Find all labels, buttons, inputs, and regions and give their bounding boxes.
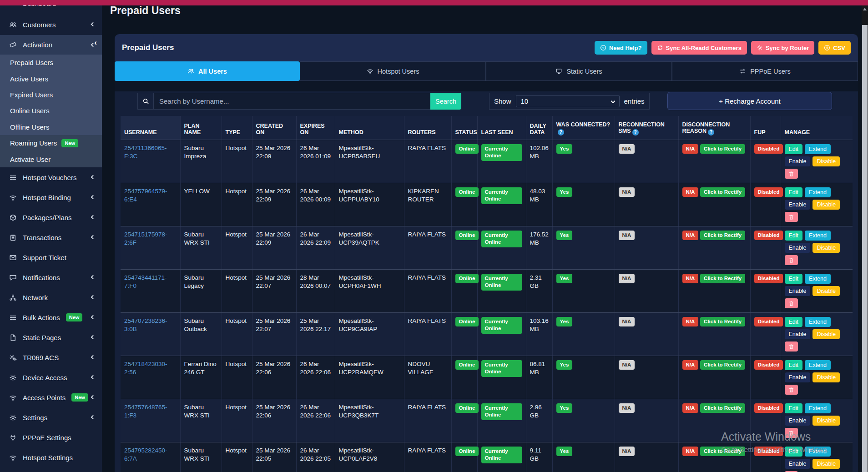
username-link[interactable]: 254757648765-1:F3 xyxy=(124,404,167,419)
scrollbar-thumb[interactable] xyxy=(862,25,868,472)
csv-export-button[interactable]: CSV xyxy=(818,41,851,55)
tab-all-users[interactable]: All Users xyxy=(115,61,300,81)
edit-button[interactable]: Edit xyxy=(785,403,803,413)
disable-button[interactable]: Disable xyxy=(812,459,840,469)
sidebar-item-packages-plans[interactable]: Packages/Plans xyxy=(0,207,102,227)
sidebar-item-access-points[interactable]: Access PointsNew xyxy=(0,387,102,407)
sync-by-router-button[interactable]: Sync by Router xyxy=(751,41,814,55)
edit-button[interactable]: Edit xyxy=(785,360,803,370)
username-link[interactable]: 254715175978-2:6F xyxy=(124,231,167,246)
search-input[interactable] xyxy=(154,93,430,110)
col-disconnection-reason[interactable]: DISCONNECTION REASON? xyxy=(678,116,750,140)
enable-button[interactable]: Enable xyxy=(785,286,811,296)
enable-button[interactable]: Enable xyxy=(785,156,811,166)
col-type[interactable]: TYPE xyxy=(222,116,252,140)
page-size-select[interactable]: 10 xyxy=(516,95,620,107)
username-link[interactable]: 254743441171-7:F0 xyxy=(124,274,167,289)
delete-button[interactable] xyxy=(785,385,798,395)
sidebar-item-static-pages[interactable]: Static Pages xyxy=(0,327,102,347)
enable-button[interactable]: Enable xyxy=(785,200,811,210)
extend-button[interactable]: Extend xyxy=(805,274,831,284)
edit-button[interactable]: Edit xyxy=(785,231,803,241)
click-to-rectify-button[interactable]: Click to Rectify xyxy=(700,231,745,241)
submenu-offline-users[interactable]: Offline Users xyxy=(0,119,102,135)
col-username[interactable]: USERNAME xyxy=(121,116,180,140)
disable-button[interactable]: Disable xyxy=(812,286,840,296)
submenu-active-users[interactable]: Active Users xyxy=(0,70,102,86)
extend-button[interactable]: Extend xyxy=(805,403,831,413)
edit-button[interactable]: Edit xyxy=(785,144,803,154)
submenu-activate-user[interactable]: Activate User xyxy=(0,151,102,167)
sidebar-item-activation[interactable]: Activation xyxy=(0,35,102,55)
click-to-rectify-button[interactable]: Click to Rectify xyxy=(700,187,745,197)
disable-button[interactable]: Disable xyxy=(812,200,840,210)
disable-button[interactable]: Disable xyxy=(812,243,840,253)
sidebar-item-customers[interactable]: Customers xyxy=(0,15,102,34)
edit-button[interactable]: Edit xyxy=(785,274,803,284)
help-icon[interactable]: ? xyxy=(632,129,639,136)
submenu-roaming-users[interactable]: Roaming UsersNew xyxy=(0,135,102,151)
disable-button[interactable]: Disable xyxy=(812,156,840,166)
col-status[interactable]: STATUS xyxy=(451,116,477,140)
vertical-scrollbar[interactable] xyxy=(862,0,868,472)
col-method[interactable]: METHOD xyxy=(335,116,404,140)
click-to-rectify-button[interactable]: Click to Rectify xyxy=(700,317,745,327)
submenu-prepaid-users[interactable]: Prepaid Users xyxy=(0,55,102,70)
help-icon[interactable]: ? xyxy=(558,129,564,136)
tab-pppoe-users[interactable]: PPPoE Users xyxy=(672,61,858,81)
need-help-button[interactable]: Need Help? xyxy=(595,41,647,55)
help-icon[interactable]: ? xyxy=(708,129,714,136)
click-to-rectify-button[interactable]: Click to Rectify xyxy=(700,360,745,370)
username-link[interactable]: 254718423030-2:56 xyxy=(124,361,167,376)
enable-button[interactable]: Enable xyxy=(785,459,811,469)
enable-button[interactable]: Enable xyxy=(785,372,811,382)
edit-button[interactable]: Edit xyxy=(785,317,803,327)
col-last-seen[interactable]: LAST SEEN xyxy=(477,116,526,140)
sidebar-item-tr069-acs[interactable]: TR069 ACS xyxy=(0,347,102,367)
col-was-connected[interactable]: WAS CONNECTED?? xyxy=(552,116,615,140)
col-created-on[interactable]: CREATED ON xyxy=(252,116,296,140)
sidebar-item-notifications[interactable]: Notifications xyxy=(0,267,102,287)
scroll-up-arrow-icon[interactable] xyxy=(863,8,867,10)
col-routers[interactable]: ROUTERS xyxy=(404,116,451,140)
col-reconnection-sms[interactable]: RECONNECTION SMS? xyxy=(615,116,678,140)
sidebar-item-support-ticket[interactable]: Support Ticket xyxy=(0,247,102,267)
disable-button[interactable]: Disable xyxy=(812,416,840,426)
sidebar-item-transactions[interactable]: Transactions xyxy=(0,227,102,247)
sidebar-item-bulk-actions[interactable]: Bulk ActionsNew xyxy=(0,307,102,327)
username-link[interactable]: 254795282450-6:7A xyxy=(124,447,167,462)
delete-button[interactable] xyxy=(785,298,798,308)
submenu-online-users[interactable]: Online Users xyxy=(0,103,102,119)
delete-button[interactable] xyxy=(785,428,798,438)
delete-button[interactable] xyxy=(785,341,798,351)
extend-button[interactable]: Extend xyxy=(805,187,831,197)
extend-button[interactable]: Extend xyxy=(805,231,831,241)
sidebar-item-hotspot-settings[interactable]: Hotspot Settings xyxy=(0,447,102,467)
click-to-rectify-button[interactable]: Click to Rectify xyxy=(700,144,745,154)
edit-button[interactable]: Edit xyxy=(785,187,803,197)
tab-hotspot-users[interactable]: Hotspot Users xyxy=(300,61,486,81)
search-button[interactable]: Search xyxy=(430,93,461,110)
col-manage[interactable]: MANAGE xyxy=(781,116,853,140)
sidebar-item-hotspot-vouchers[interactable]: Hotspot Vouchers xyxy=(0,167,102,187)
click-to-rectify-button[interactable]: Click to Rectify xyxy=(700,447,745,457)
col-plan-name[interactable]: PLAN NAME xyxy=(180,116,222,140)
col-fup[interactable]: FUP xyxy=(750,116,781,140)
sidebar-item-pppoe-settings[interactable]: PPPoE Settings xyxy=(0,427,102,447)
extend-button[interactable]: Extend xyxy=(805,447,831,457)
click-to-rectify-button[interactable]: Click to Rectify xyxy=(700,403,745,413)
col-daily-data[interactable]: DAILY DATA xyxy=(526,116,552,140)
username-link[interactable]: 254757964579-6:E4 xyxy=(124,188,167,203)
sync-all-button[interactable]: Sync All-Readd Customers xyxy=(651,41,747,55)
sidebar-item-device-access[interactable]: Device Access xyxy=(0,367,102,387)
tab-static-users[interactable]: Static Users xyxy=(486,61,672,81)
delete-button[interactable] xyxy=(785,212,798,222)
delete-button[interactable] xyxy=(785,169,798,179)
enable-button[interactable]: Enable xyxy=(785,243,811,253)
extend-button[interactable]: Extend xyxy=(805,317,831,327)
username-link[interactable]: 254711366065-F:3C xyxy=(124,145,167,160)
sidebar-item-settings[interactable]: Settings xyxy=(0,407,102,427)
edit-button[interactable]: Edit xyxy=(785,447,803,457)
disable-button[interactable]: Disable xyxy=(812,329,840,339)
username-link[interactable]: 254707238236-3:0B xyxy=(124,317,167,332)
